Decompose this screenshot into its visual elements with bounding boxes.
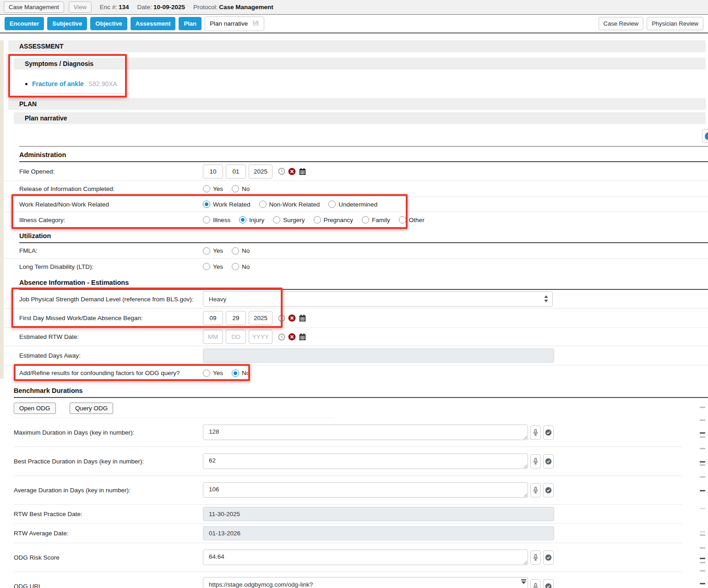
max-duration-row: Maximum Duration in Days (key in number)… (5, 418, 708, 446)
tab-objective[interactable]: Objective (90, 17, 127, 30)
first-day-month-input[interactable] (203, 311, 223, 325)
pregnancy-radio[interactable]: Pregnancy (314, 216, 354, 223)
release-yes-radio[interactable]: Yes (203, 185, 223, 192)
physician-review-button[interactable]: Physician Review (647, 17, 703, 30)
non-work-related-radio[interactable]: Non-Work Related (259, 201, 320, 208)
view-button[interactable]: View (69, 1, 92, 13)
tab-assessment[interactable]: Assessment (131, 17, 176, 30)
benchmark-header: Benchmark Durations (5, 381, 708, 397)
diagnosis-link[interactable]: Fracture of ankle (32, 80, 84, 87)
odg-buttons-row: Open ODG Query ODG (5, 403, 708, 414)
tab-plan-narrative[interactable]: Plan narrative (205, 16, 264, 31)
benchmark-underline (14, 397, 708, 398)
absence-header: Absence Information - Estimations (5, 274, 708, 289)
estimated-rtw-row: Estimated RTW Date: (5, 327, 708, 346)
injury-radio[interactable]: Injury (239, 216, 264, 223)
avg-duration-textarea[interactable]: 106 (203, 482, 528, 498)
ltd-row: Long Term Disability (LTD): Yes No (5, 259, 708, 274)
calendar-icon[interactable] (299, 333, 306, 341)
diagnosis-code: S82.90XA (88, 80, 117, 87)
fmla-yes-radio[interactable]: Yes (203, 247, 223, 255)
confounding-yes-radio[interactable]: Yes (203, 370, 223, 377)
clock-icon[interactable] (278, 168, 285, 175)
estimated-rtw-year-input[interactable] (249, 330, 272, 344)
open-odg-button[interactable]: Open ODG (14, 403, 56, 414)
estimated-days-label: Estimated Days Away: (19, 352, 203, 359)
job-demand-select[interactable]: Heavy (203, 291, 553, 307)
assessment-section-header: ASSESSMENT (8, 40, 706, 52)
odg-url-textarea[interactable]: https://stage.odgbymcg.com/odg-link? S82… (203, 577, 528, 588)
max-duration-textarea[interactable]: 128 (203, 425, 528, 440)
case-management-screen: Case Management View Enc #:134 Date:10-0… (0, 0, 708, 588)
ltd-no-radio[interactable]: No (232, 263, 250, 270)
administration-header: Administration (5, 147, 708, 161)
fmla-no-radio[interactable]: No (232, 247, 250, 255)
illness-category-row: Illness Category: Illness Injury Surgery… (5, 212, 708, 228)
bullet-icon (25, 83, 27, 85)
cancel-icon[interactable] (288, 314, 296, 322)
check-icon[interactable] (543, 454, 554, 468)
rtw-best-input[interactable] (203, 507, 554, 521)
first-day-year-input[interactable] (249, 311, 272, 325)
microphone-icon[interactable] (530, 550, 541, 565)
illness-category-label: Illness Category: (19, 217, 203, 223)
calendar-icon[interactable] (299, 314, 306, 322)
best-practice-textarea[interactable]: 62 (203, 453, 528, 469)
top-bar: Case Management View Enc #:134 Date:10-0… (0, 0, 708, 15)
diagnosis-list-item: Fracture of ankle S82.90XA (25, 78, 708, 90)
tab-plan[interactable]: Plan (179, 17, 201, 30)
undetermined-radio[interactable]: Undetermined (328, 201, 377, 208)
odg-risk-textarea[interactable]: 64.64 (203, 550, 528, 565)
check-icon[interactable] (543, 579, 554, 588)
file-opened-month-input[interactable] (203, 164, 223, 179)
first-day-row: First Day Missed Work/Date Absence Began… (5, 309, 708, 327)
microphone-icon[interactable] (530, 454, 541, 468)
clock-icon[interactable] (278, 315, 285, 322)
work-related-radio[interactable]: Work Related (203, 201, 251, 208)
tab-subjective[interactable]: Subjective (47, 17, 87, 30)
microphone-icon[interactable] (530, 425, 541, 440)
rtw-average-input[interactable] (203, 526, 554, 540)
select-arrows-icon (544, 295, 548, 304)
estimated-rtw-day-input[interactable] (226, 330, 246, 344)
query-odg-button[interactable]: Query ODG (70, 403, 113, 414)
release-no-radio[interactable]: No (232, 185, 250, 192)
file-opened-year-input[interactable] (249, 164, 272, 179)
release-info-row: Release of Information Completed: Yes No (5, 181, 708, 196)
check-icon[interactable] (543, 483, 554, 497)
other-radio[interactable]: Other (399, 216, 425, 223)
estimated-rtw-month-input[interactable] (203, 330, 223, 344)
cancel-icon[interactable] (288, 168, 296, 175)
microphone-icon[interactable] (530, 483, 541, 497)
help-button-clipped[interactable] (702, 129, 708, 143)
case-review-button[interactable]: Case Review (599, 17, 644, 30)
odg-url-label: ODG URL (14, 583, 203, 588)
ltd-yes-radio[interactable]: Yes (203, 263, 223, 270)
tab-encounter[interactable]: Encounter (5, 17, 44, 30)
first-day-day-input[interactable] (226, 311, 246, 325)
job-demand-value: Heavy (209, 296, 226, 303)
plan-section-header: PLAN (8, 98, 706, 110)
microphone-icon[interactable] (530, 579, 541, 588)
odg-url-row: ODG URL https://stage.odgbymcg.com/odg-l… (5, 572, 708, 588)
job-demand-row: Job Physical Strength Demand Level (refe… (5, 290, 708, 309)
check-icon[interactable] (543, 550, 554, 565)
file-opened-day-input[interactable] (226, 164, 246, 179)
surgery-radio[interactable]: Surgery (273, 216, 305, 223)
family-radio[interactable]: Family (362, 216, 390, 223)
estimated-days-input[interactable] (203, 348, 554, 363)
calendar-icon[interactable] (299, 168, 306, 175)
file-opened-label: File Opened: (19, 168, 203, 175)
encounter-date: Date:10-09-2025 (137, 4, 185, 11)
cancel-icon[interactable] (288, 333, 296, 341)
check-icon[interactable] (543, 425, 554, 440)
scroll-down-icon[interactable] (521, 578, 526, 587)
file-opened-row: File Opened: (5, 162, 708, 181)
confounding-no-radio[interactable]: No (232, 370, 250, 377)
fmla-row: FMLA: Yes No (5, 243, 708, 259)
clock-icon[interactable] (278, 333, 285, 341)
case-management-button[interactable]: Case Management (4, 1, 64, 13)
utilization-header: Utilization (5, 228, 708, 242)
illness-radio[interactable]: Illness (203, 216, 230, 223)
confounding-label: Add/Refine results for confounding facto… (19, 370, 203, 376)
